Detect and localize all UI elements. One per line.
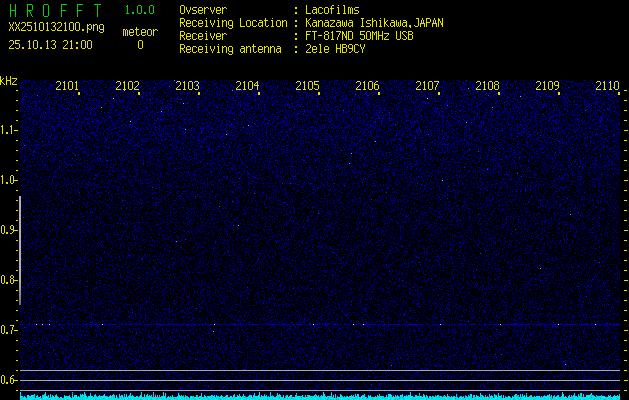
time-label: 2109 [536,80,560,93]
axis-tick [438,92,440,95]
axis-tick [558,92,560,95]
time-label: 2103 [176,80,200,93]
axis-tick [624,150,627,152]
axis-tick [624,300,627,302]
axis-tick [16,110,19,112]
axis-tick [16,160,19,162]
axis-tick [624,290,627,292]
axis-tick [624,210,627,212]
axis-tick [498,92,500,95]
axis-tick [624,160,627,162]
axis-tick [624,110,627,112]
axis-tick [624,200,627,202]
axis-tick [258,92,260,95]
axis-tick [624,350,627,352]
freq-label: 1.1 [1,125,19,138]
axis-tick [624,340,627,342]
axis-tick [624,370,627,372]
axis-tick [624,280,628,282]
axis-tick [16,140,19,142]
axis-tick [624,120,627,122]
time-label: 2106 [356,80,380,93]
axis-tick [624,170,627,172]
axis-tick [624,190,627,192]
axis-tick [624,90,627,92]
axis-tick [16,370,19,372]
axis-tick [16,190,19,192]
freq-label: 0.9 [1,225,19,238]
axis-tick [16,310,19,312]
axis-tick [624,130,628,132]
axis-tick [378,92,380,95]
axis-tick [16,360,19,362]
time-label: 2108 [476,80,500,93]
time-label: 2107 [416,80,440,93]
axis-tick [624,100,627,102]
axis-tick [624,380,628,382]
time-label: 2101 [56,80,80,93]
axis-tick [624,220,627,222]
axis-tick [624,390,627,392]
axis-tick [16,350,19,352]
hrofft-window: H R O F F T 1.0.0 XX2510132100.png meteo… [0,0,629,400]
axis-tick [624,320,627,322]
axis-tick [624,270,627,272]
axis-tick [624,250,627,252]
axis-tick [624,180,628,182]
freq-axis-unit: kHz [0,75,17,88]
freq-label: 0.7 [1,325,19,338]
axis-tick [16,120,19,122]
axis-tick [16,150,19,152]
axis-tick [16,170,19,172]
level-ref-line-3 [20,390,620,391]
axis-tick [318,92,320,95]
time-label: 2102 [116,80,140,93]
axis-tick [624,260,627,262]
axis-tick [624,360,627,362]
axis-tick [16,320,19,322]
level-ref-line-1 [20,370,620,371]
axis-tick [138,92,140,95]
vertical-marker-line [19,196,21,305]
axis-tick [78,92,80,95]
axis-tick [198,92,200,95]
freq-label: 0.8 [1,275,19,288]
time-label: 2105 [296,80,320,93]
axis-tick [16,390,19,392]
time-label: 2104 [236,80,260,93]
level-ref-line-2 [20,380,620,381]
axis-tick [624,310,627,312]
axis-tick [624,230,628,232]
axis-tick [618,92,620,95]
freq-label: 0.6 [1,375,19,388]
axis-tick [16,100,19,102]
axis-tick [16,340,19,342]
time-label: 2110 [596,80,620,93]
axis-tick [624,330,628,332]
freq-label: 1.0 [1,175,19,188]
axis-tick [16,90,19,92]
axis-tick [624,140,627,142]
axis-pixel-text [0,0,629,400]
axis-tick [624,240,627,242]
